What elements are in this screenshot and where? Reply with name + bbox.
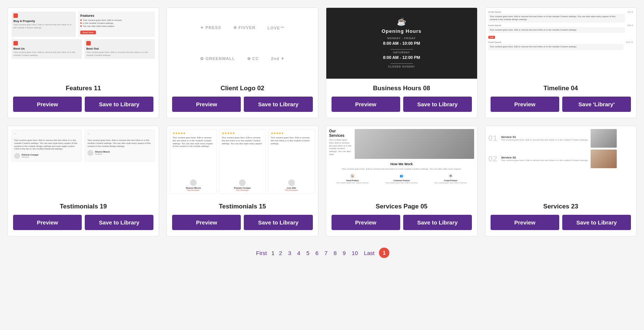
t15-avatar2 — [239, 179, 246, 186]
card-preview-clientlogo02: ✦ PRESS ❊ FIVVER LOVE™ ✿ GREENWALL ⊕ CC … — [167, 8, 318, 79]
card-actions-testimonials15: Preview Save to Library — [167, 215, 318, 236]
preview-button-servicespage05[interactable]: Preview — [332, 215, 400, 230]
s23-img1 — [591, 129, 617, 148]
logo-cc: ⊕ CC — [244, 55, 262, 63]
pagination-2[interactable]: 2 — [277, 249, 283, 257]
logo-love: LOVE™ — [264, 24, 287, 32]
save-button-timeline04[interactable]: Save 'Library' — [562, 97, 631, 112]
t15-avatar1 — [190, 179, 197, 186]
template-grid: Buy A Property Your content goes here. E… — [7, 7, 637, 236]
preview-image-clientlogo02: ✦ PRESS ❊ FIVVER LOVE™ ✿ GREENWALL ⊕ CC … — [167, 8, 318, 79]
card-actions-features11: Preview Save to Library — [8, 97, 159, 118]
pagination-1-text: 1 — [271, 250, 274, 256]
card-businesshours08: ☕ Opening Hours MONDAY - FRIDAY 8:00 AM … — [326, 7, 477, 118]
pagination-9[interactable]: 9 — [341, 249, 347, 257]
preview-image-features11: Buy A Property Your content goes here. E… — [8, 8, 159, 79]
card-actions-timeline04: Preview Save 'Library' — [485, 97, 636, 118]
f11-icon1 — [13, 13, 18, 18]
pagination-6[interactable]: 6 — [314, 249, 320, 257]
f11-icon3 — [86, 41, 91, 45]
preview-image-servicespage05: Our Services Your content goes here. Edi… — [326, 126, 477, 197]
save-button-servicespage05[interactable]: Save to Library — [403, 215, 472, 230]
card-actions-clientlogo02: Preview Save to Library — [167, 97, 318, 118]
card-preview-testimonials15: ★★★★★ Your content goes here. Edit or re… — [167, 126, 318, 197]
f11-icon2 — [13, 41, 18, 45]
card-preview-servicespage05: Our Services Your content goes here. Edi… — [326, 126, 477, 197]
save-button-clientlogo02[interactable]: Save to Library — [244, 97, 312, 112]
card-title-testimonials15: Testimonials 15 — [167, 197, 318, 215]
logo-fivver: ❊ FIVVER — [230, 24, 259, 32]
pagination-8[interactable]: 8 — [332, 249, 338, 257]
card-actions-businesshours08: Preview Save to Library — [326, 97, 477, 118]
preview-button-testimonials15[interactable]: Preview — [172, 215, 241, 230]
preview-image-businesshours08: ☕ Opening Hours MONDAY - FRIDAY 8:00 AM … — [326, 8, 477, 79]
pagination-first[interactable]: First — [255, 249, 268, 257]
logo-2nd: 2nd ✦ — [268, 55, 288, 63]
card-title-clientlogo02: Client Logo 02 — [167, 79, 318, 97]
pagination-10[interactable]: 10 — [350, 249, 360, 257]
pagination-last[interactable]: Last — [363, 249, 376, 257]
card-clientlogo02: ✦ PRESS ❊ FIVVER LOVE™ ✿ GREENWALL ⊕ CC … — [167, 7, 318, 118]
pagination-3[interactable]: 3 — [287, 249, 293, 257]
save-button-services23[interactable]: Save to Library — [562, 215, 631, 230]
card-preview-services23: 01 Service 01 Your content goes here. Ed… — [485, 126, 636, 197]
preview-button-clientlogo02[interactable]: Preview — [172, 97, 241, 112]
preview-button-testimonials19[interactable]: Preview — [13, 215, 82, 230]
s23-img2 — [591, 150, 617, 168]
sp-icon-create: ⚙ — [448, 173, 453, 179]
preview-image-testimonials19: " Your content goes here. Edit or remove… — [8, 126, 159, 197]
preview-button-timeline04[interactable]: Preview — [491, 97, 559, 112]
card-title-timeline04: Timeline 04 — [485, 79, 636, 97]
card-servicespage05: Our Services Your content goes here. Edi… — [326, 126, 477, 236]
card-preview-businesshours08: ☕ Opening Hours MONDAY - FRIDAY 8:00 AM … — [326, 8, 477, 79]
preview-image-timeline04: Lorem Ipsum Your content goes here. Edit… — [485, 8, 636, 79]
card-title-services23: Services 23 — [485, 197, 636, 215]
sp-icon-customer: 👥 — [399, 173, 404, 179]
card-preview-testimonials19: " Your content goes here. Edit or remove… — [8, 126, 159, 197]
card-actions-servicespage05: Preview Save to Library — [326, 215, 477, 236]
preview-image-testimonials15: ★★★★★ Your content goes here. Edit or re… — [167, 126, 318, 197]
preview-button-services23[interactable]: Preview — [491, 215, 559, 230]
t15-avatar3 — [288, 179, 295, 186]
pagination-5[interactable]: 5 — [305, 249, 311, 257]
preview-button-features11[interactable]: Preview — [13, 97, 82, 112]
card-title-businesshours08: Business Hours 08 — [326, 79, 477, 97]
sp-room-image — [355, 129, 474, 159]
f11-cta-btn[interactable]: Read More — [80, 31, 96, 34]
card-features11: Buy A Property Your content goes here. E… — [7, 7, 159, 118]
logo-press: ✦ PRESS — [197, 24, 224, 32]
card-testimonials15: ★★★★★ Your content goes here. Edit or re… — [167, 126, 318, 236]
logo-greenwall: ✿ GREENWALL — [197, 55, 238, 63]
pagination: First 1 2 3 4 5 6 7 8 9 10 Last 1 — [7, 248, 637, 258]
card-title-testimonials19: Testimonials 19 — [8, 197, 159, 215]
card-preview-features11: Buy A Property Your content goes here. E… — [8, 8, 159, 79]
save-button-testimonials15[interactable]: Save to Library — [244, 215, 312, 230]
card-testimonials19: " Your content goes here. Edit or remove… — [7, 126, 159, 236]
t19-avatar1 — [14, 153, 20, 159]
pagination-4[interactable]: 4 — [296, 249, 302, 257]
card-preview-timeline04: Lorem Ipsum Your content goes here. Edit… — [485, 8, 636, 79]
preview-button-businesshours08[interactable]: Preview — [332, 97, 400, 112]
save-button-businesshours08[interactable]: Save to Library — [403, 97, 472, 112]
card-actions-testimonials19: Preview Save to Library — [8, 215, 159, 236]
bh-coffee-icon: ☕ — [397, 17, 406, 26]
card-timeline04: Lorem Ipsum Your content goes here. Edit… — [485, 7, 637, 118]
tl-btn[interactable]: Edit — [488, 36, 495, 39]
preview-image-services23: 01 Service 01 Your content goes here. Ed… — [485, 126, 636, 197]
save-button-testimonials19[interactable]: Save to Library — [85, 215, 153, 230]
pagination-7[interactable]: 7 — [323, 249, 329, 257]
sp-icon-great: 🏠 — [350, 173, 355, 179]
pagination-current: 1 — [379, 248, 389, 258]
card-title-features11: Features 11 — [8, 79, 159, 97]
card-actions-services23: Preview Save to Library — [485, 215, 636, 236]
card-services23: 01 Service 01 Your content goes here. Ed… — [485, 126, 637, 236]
card-title-servicespage05: Services Page 05 — [326, 197, 477, 215]
t19-avatar2 — [87, 150, 93, 156]
save-button-features11[interactable]: Save to Library — [85, 97, 153, 112]
